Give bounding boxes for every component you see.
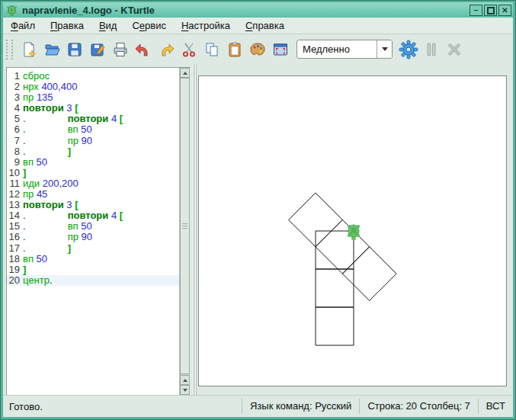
copy-button[interactable]: [201, 39, 223, 60]
code-line[interactable]: 12пр 45: [7, 189, 179, 200]
speed-select[interactable]: Медленно: [296, 40, 393, 59]
line-number: 8: [7, 146, 23, 157]
splitter-handle[interactable]: [191, 64, 198, 396]
code-line[interactable]: 11иди 200,200: [7, 178, 179, 189]
code-line[interactable]: 10]: [7, 168, 179, 178]
print-button[interactable]: [110, 39, 131, 60]
menu-сервис[interactable]: Сервис: [124, 18, 174, 33]
menu-настройка[interactable]: Настройка: [174, 18, 238, 33]
line-number: 3: [7, 92, 23, 103]
titlebar[interactable]: napravlenie_4.logo - KTurtle – ✕: [3, 2, 513, 18]
logo-drawing: [199, 76, 506, 386]
scroll-up-button[interactable]: [180, 68, 190, 78]
drawn-square: [316, 269, 354, 307]
cut-button[interactable]: [178, 39, 200, 60]
code-line[interactable]: 2нрх 400,400: [7, 82, 179, 92]
line-number: 11: [7, 178, 23, 189]
line-content: центр.: [23, 275, 53, 286]
code-line[interactable]: 8.]: [7, 146, 179, 157]
line-number: 9: [7, 157, 23, 168]
line-number: 7: [7, 136, 23, 146]
code-area[interactable]: 1сброс2нрх 400,4003пр 1354повтори 3 [5.п…: [7, 68, 179, 395]
code-line[interactable]: 17.]: [7, 243, 179, 254]
save-icon: [66, 41, 83, 58]
abort-cross-icon: [446, 41, 463, 58]
line-number: 5: [7, 114, 23, 124]
pause-icon: [423, 41, 440, 58]
close-button[interactable]: ✕: [498, 5, 511, 16]
code-line[interactable]: 14.повтори 4 [: [7, 210, 179, 221]
new-file-button[interactable]: [18, 39, 40, 60]
line-content: вп 50: [23, 254, 47, 265]
paste-button[interactable]: [224, 39, 245, 60]
open-folder-icon: [43, 41, 60, 58]
line-number: 17: [7, 243, 23, 254]
menu-справка[interactable]: Справка: [238, 18, 292, 33]
code-line[interactable]: 1сброс: [7, 71, 179, 82]
line-content: .повтори 4 [: [23, 114, 123, 124]
turtle-canvas[interactable]: [198, 75, 507, 386]
line-content: .]: [23, 146, 71, 157]
line-content: пр 135: [23, 92, 53, 103]
code-editor[interactable]: 1сброс2нрх 400,4003пр 1354повтори 3 [5.п…: [6, 67, 191, 396]
fullscreen-button[interactable]: [270, 39, 291, 60]
line-number: 20: [7, 275, 23, 286]
drawn-square: [316, 307, 354, 345]
editor-vertical-scrollbar[interactable]: [179, 68, 190, 395]
color-picker-button[interactable]: [247, 39, 268, 60]
code-line-current[interactable]: 20центр.: [7, 275, 179, 286]
minimize-button[interactable]: –: [470, 5, 482, 16]
pause-button[interactable]: [421, 39, 442, 60]
status-insert-mode: ВСТ: [478, 399, 513, 414]
line-content: .вп 50: [23, 124, 92, 135]
maximize-button[interactable]: [484, 5, 497, 16]
line-content: .пр 90: [23, 232, 92, 242]
code-line[interactable]: 6.вп 50: [7, 124, 179, 135]
abort-button[interactable]: [444, 39, 465, 60]
turtle-app-icon: [6, 5, 18, 16]
open-file-button[interactable]: [41, 39, 62, 60]
undo-button[interactable]: [133, 39, 154, 60]
line-number: 2: [7, 82, 23, 92]
code-line[interactable]: 18вп 50: [7, 254, 179, 265]
code-line[interactable]: 4повтори 3 [: [7, 103, 179, 114]
menu-вид[interactable]: Вид: [91, 18, 125, 33]
code-line[interactable]: 15.вп 50: [7, 221, 179, 232]
line-content: иди 200,200: [23, 178, 79, 189]
line-content: .повтори 4 [: [23, 210, 123, 221]
line-number: 4: [7, 103, 23, 114]
code-line[interactable]: 5.повтори 4 [: [7, 114, 179, 124]
run-button[interactable]: [398, 39, 419, 60]
line-content: пр 45: [23, 189, 47, 200]
code-line[interactable]: 9вп 50: [7, 157, 179, 168]
turtle-sprite: [348, 225, 360, 241]
scroll-thumb[interactable]: [180, 78, 190, 374]
line-content: повтори 3 [: [23, 103, 78, 114]
menubar: ФайлПравкаВидСервисНастройкаСправка: [3, 18, 513, 34]
line-number: 1: [7, 71, 23, 82]
line-content: повтори 3 [: [23, 200, 78, 210]
line-content: сброс: [23, 71, 50, 82]
speed-dropdown-arrow[interactable]: [377, 40, 392, 58]
toolbar: Медленно: [3, 34, 513, 65]
save-as-button[interactable]: [87, 39, 108, 60]
line-number: 6: [7, 124, 23, 135]
line-number: 15: [7, 221, 23, 232]
main-area: 1сброс2нрх 400,4003пр 1354повтори 3 [5.п…: [3, 64, 513, 396]
line-content: .пр 90: [23, 136, 92, 146]
code-line[interactable]: 16.пр 90: [7, 232, 179, 242]
scroll-down-button[interactable]: [180, 385, 190, 395]
code-line[interactable]: 13повтори 3 [: [7, 200, 179, 210]
redo-button[interactable]: [155, 39, 177, 60]
palette-icon: [249, 41, 266, 58]
scroll-up-button-2[interactable]: [180, 375, 190, 385]
menu-правка[interactable]: Правка: [43, 18, 91, 33]
code-line[interactable]: 19]: [7, 265, 179, 275]
toolbar-drag-handle[interactable]: [6, 40, 13, 59]
save-button[interactable]: [64, 39, 85, 60]
code-line[interactable]: 7.пр 90: [7, 136, 179, 146]
line-number: 16: [7, 232, 23, 242]
drawn-square: [316, 220, 370, 274]
menu-файл[interactable]: Файл: [3, 18, 43, 33]
code-line[interactable]: 3пр 135: [7, 92, 179, 103]
